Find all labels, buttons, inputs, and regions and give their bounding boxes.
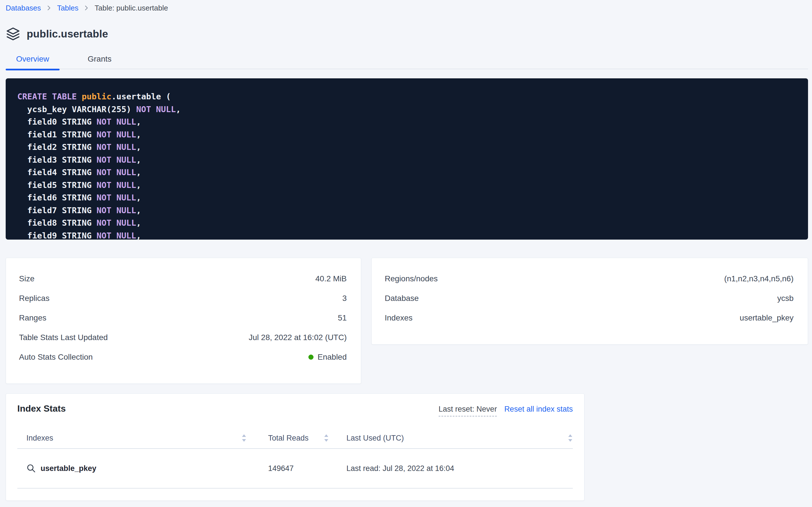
reset-index-stats-link[interactable]: Reset all index stats xyxy=(504,405,573,413)
page-header: public.usertable xyxy=(6,27,808,42)
code-line: field6 STRING NOT NULL, xyxy=(17,191,797,204)
tab-overview-label: Overview xyxy=(16,55,49,63)
detail-label: Database xyxy=(385,294,419,303)
status-value: Enabled xyxy=(308,352,347,362)
detail-label: Indexes xyxy=(385,314,413,323)
index-stats-card: Index Stats Last reset: Never Reset all … xyxy=(6,393,584,501)
page-title: public.usertable xyxy=(27,28,108,40)
breadcrumb-link-databases[interactable]: Databases xyxy=(6,4,41,12)
code-line: field1 STRING NOT NULL, xyxy=(17,128,797,141)
chevron-right-icon xyxy=(84,5,88,11)
index-stats-controls: Last reset: Never Reset all index stats xyxy=(439,405,573,416)
detail-value: usertable_pkey xyxy=(740,314,794,323)
chevron-right-icon xyxy=(47,5,51,11)
layers-icon xyxy=(6,27,20,42)
index-stats-header: Index Stats Last reset: Never Reset all … xyxy=(17,403,573,416)
column-label: Indexes xyxy=(26,434,53,443)
code-line: ycsb_key VARCHAR(255) NOT NULL, xyxy=(17,103,797,116)
column-label: Last Used (UTC) xyxy=(347,434,404,443)
total-reads-cell: 149647 xyxy=(250,449,332,488)
index-name-link[interactable]: usertable_pkey xyxy=(41,464,97,473)
code-line: field3 STRING NOT NULL, xyxy=(17,154,797,166)
breadcrumb: Databases Tables Table: public.usertable xyxy=(6,3,808,13)
code-line: field7 STRING NOT NULL, xyxy=(17,204,797,217)
table-details-card: Size 40.2 MiB Replicas 3 Ranges 51 Table… xyxy=(6,258,361,384)
breadcrumb-link-tables[interactable]: Tables xyxy=(57,4,78,12)
detail-value: (n1,n2,n3,n4,n5,n6) xyxy=(724,274,794,283)
index-stats-title: Index Stats xyxy=(17,403,66,414)
detail-row-database: Database ycsb xyxy=(385,288,794,308)
detail-row-indexes: Indexes usertable_pkey xyxy=(385,308,794,328)
tab-overview[interactable]: Overview xyxy=(6,53,60,65)
detail-value: ycsb xyxy=(777,294,794,303)
detail-label: Replicas xyxy=(19,294,49,303)
detail-row-auto-stats: Auto Stats Collection Enabled xyxy=(19,347,347,367)
detail-label: Ranges xyxy=(19,314,47,323)
active-tab-underline xyxy=(6,69,60,70)
detail-label: Table Stats Last Updated xyxy=(19,333,108,342)
detail-label: Regions/nodes xyxy=(385,274,438,283)
code-line: field4 STRING NOT NULL, xyxy=(17,166,797,179)
tab-bar: Overview Grants xyxy=(6,53,808,69)
detail-row-replicas: Replicas 3 xyxy=(19,288,347,308)
index-table-row: usertable_pkey 149647 Last read: Jul 28,… xyxy=(17,449,573,489)
table-details-page: Databases Tables Table: public.usertable… xyxy=(0,0,812,507)
code-line: field0 STRING NOT NULL, xyxy=(17,116,797,128)
create-table-statement: CREATE TABLE public.usertable ( ycsb_key… xyxy=(6,78,808,240)
details-section: Size 40.2 MiB Replicas 3 Ranges 51 Table… xyxy=(6,258,808,384)
detail-label: Auto Stats Collection xyxy=(19,352,93,362)
code-line: CREATE TABLE public.usertable ( xyxy=(17,90,797,103)
last-reset-info[interactable]: Last reset: Never xyxy=(439,405,497,416)
total-reads-value: 149647 xyxy=(268,464,294,473)
code-line: field2 STRING NOT NULL, xyxy=(17,141,797,154)
code-line: field8 STRING NOT NULL, xyxy=(17,217,797,229)
detail-row-ranges: Ranges 51 xyxy=(19,308,347,328)
detail-value: Jul 28, 2022 at 16:02 (UTC) xyxy=(249,333,347,342)
detail-value: 51 xyxy=(338,314,347,323)
column-header-indexes[interactable]: Indexes xyxy=(17,428,250,448)
index-table-header: Indexes Total Reads Last Used (UTC) xyxy=(17,428,573,449)
detail-value: 40.2 MiB xyxy=(315,274,347,283)
column-header-last-used[interactable]: Last Used (UTC) xyxy=(332,428,573,448)
last-used-cell: Last read: Jul 28, 2022 at 16:04 xyxy=(332,449,573,488)
search-icon xyxy=(26,463,36,473)
table-location-card: Regions/nodes (n1,n2,n3,n4,n5,n6) Databa… xyxy=(371,258,808,345)
breadcrumb-current: Table: public.usertable xyxy=(95,4,168,12)
tab-grants[interactable]: Grants xyxy=(79,53,120,65)
last-used-value: Last read: Jul 28, 2022 at 16:04 xyxy=(347,464,454,473)
sort-icon[interactable] xyxy=(568,434,573,442)
detail-row-size: Size 40.2 MiB xyxy=(19,269,347,288)
index-name-cell: usertable_pkey xyxy=(17,449,250,488)
detail-value: 3 xyxy=(342,294,347,303)
detail-row-stats-updated: Table Stats Last Updated Jul 28, 2022 at… xyxy=(19,328,347,347)
status-label: Enabled xyxy=(317,352,347,362)
detail-label: Size xyxy=(19,274,34,283)
code-line: field9 STRING NOT NULL, xyxy=(17,229,797,240)
column-label: Total Reads xyxy=(268,434,309,443)
column-header-total-reads[interactable]: Total Reads xyxy=(250,428,332,448)
sort-icon[interactable] xyxy=(324,434,329,442)
code-line: field5 STRING NOT NULL, xyxy=(17,179,797,191)
sort-icon[interactable] xyxy=(241,434,247,442)
tab-grants-label: Grants xyxy=(88,55,112,63)
detail-row-regions: Regions/nodes (n1,n2,n3,n4,n5,n6) xyxy=(385,269,794,288)
status-enabled-dot xyxy=(308,354,314,360)
